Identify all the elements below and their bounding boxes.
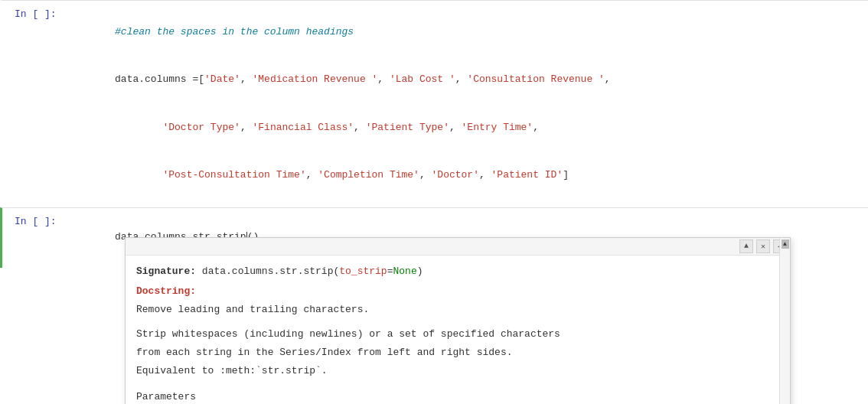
code-strings-line2: 'Doctor Type', 'Financial Class', 'Patie… xyxy=(67,104,862,152)
cell-1-label: In [ ]: xyxy=(2,1,64,207)
sig-equals: = xyxy=(387,266,393,277)
params-heading: Parameters xyxy=(136,389,779,404)
tooltip-desc-2: Strip whitespaces (including newlines) o… xyxy=(136,326,779,343)
tooltip-signature-line: Signature: data.columns.str.strip(to_str… xyxy=(136,263,779,280)
tooltip-desc-4: Equivalent to :meth:`str.strip`. xyxy=(136,363,779,380)
sig-default: None xyxy=(393,266,417,277)
tooltip-desc-1: Remove leading and trailing characters. xyxy=(136,301,779,318)
sig-code: data.columns.str.strip(to_strip=None) xyxy=(202,266,423,277)
tooltip-desc-3: from each string in the Series/Index fro… xyxy=(136,344,779,361)
str-entry-time: 'Entry Time' xyxy=(462,122,534,133)
code-strings-line3: 'Post-Consultation Time', 'Completion Ti… xyxy=(67,152,862,199)
sig-label: Signature: xyxy=(136,266,196,277)
code-assignment-line: data.columns =['Date', 'Medication Reven… xyxy=(67,56,862,103)
str-med-rev: 'Medication Revenue ' xyxy=(252,73,377,85)
str-doctor: 'Doctor' xyxy=(432,169,479,181)
comment-text: #clean the spaces in the column headings xyxy=(115,26,354,37)
code-comment-line: #clean the spaces in the column headings xyxy=(67,8,862,56)
str-doc-type: 'Doctor Type' xyxy=(162,122,240,133)
cell-1-content[interactable]: #clean the spaces in the column headings… xyxy=(64,1,868,207)
sig-param: to_strip xyxy=(339,266,387,277)
tooltip-scroll-up[interactable]: ▲ xyxy=(782,239,789,249)
tooltip-scrollbar: ▲ ▼ xyxy=(779,238,790,404)
str-completion: 'Completion Time' xyxy=(318,169,419,181)
notebook: In [ ]: #clean the spaces in the column … xyxy=(0,0,868,404)
str-lab: 'Lab Cost ' xyxy=(390,73,455,85)
code-indent-2: 'Doctor Type', 'Financial Class', 'Patie… xyxy=(115,122,539,133)
str-pat-type: 'Patient Type' xyxy=(366,122,449,133)
cell-1: In [ ]: #clean the spaces in the column … xyxy=(0,0,868,207)
str-patient-id: 'Patient ID' xyxy=(491,169,563,181)
tooltip-content: Signature: data.columns.str.strip(to_str… xyxy=(126,256,790,404)
tooltip-header: ▲ ✕ ◀ xyxy=(126,238,790,256)
active-cell-label: In [ ]: xyxy=(2,208,64,268)
tooltip-popup: ▲ ✕ ◀ Signature: data.columns.str.strip(… xyxy=(125,237,791,404)
code-indent-3: 'Post-Consultation Time', 'Completion Ti… xyxy=(115,169,569,181)
str-post-consult: 'Post-Consultation Time' xyxy=(162,169,305,181)
active-cell[interactable]: In [ ]: data.columns.str.strip() ▲ ✕ ◀ S… xyxy=(0,207,868,268)
code-normal-1: data.columns =['Date', 'Medication Reven… xyxy=(115,73,611,85)
tooltip-up-btn[interactable]: ▲ xyxy=(739,239,753,253)
str-date: 'Date' xyxy=(204,73,240,85)
str-fin-class: 'Financial Class' xyxy=(252,122,354,133)
str-consult-rev: 'Consultation Revenue ' xyxy=(467,73,604,85)
tooltip-close-btn[interactable]: ✕ xyxy=(756,239,770,253)
docstring-label: Docstring: xyxy=(136,283,779,300)
